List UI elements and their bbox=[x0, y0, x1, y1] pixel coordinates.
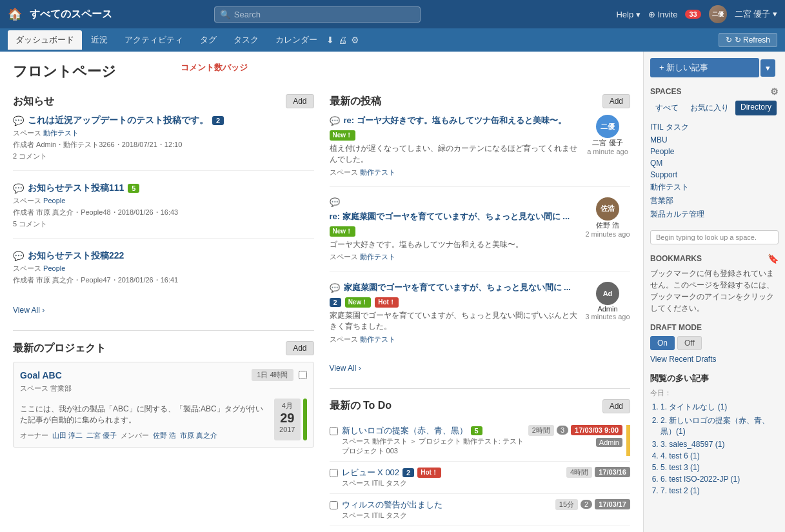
bookmarks-header: Bookmarks 🔖 bbox=[650, 253, 779, 264]
popular-item[interactable]: 6. test ISO-2022-JP (1) bbox=[661, 473, 779, 485]
print-icon[interactable]: 🖨 bbox=[338, 35, 347, 45]
project-card: Goal ABC 1日 4時間 スペース 営業部 ここには、我が社の製品「ABC… bbox=[13, 362, 314, 448]
notice-item: 💬 お知らせテスト投稿222 スペース People 作成者 市原 真之介・Pe… bbox=[13, 250, 314, 294]
annotation-label: コメント数バッジ bbox=[181, 62, 248, 74]
popular-item[interactable]: 2. 新しいロゴの提案（赤、青、黒）(1) bbox=[661, 414, 779, 438]
notice-1-title[interactable]: 💬 これは近況アップデートのテスト投稿です。 2 bbox=[13, 115, 314, 126]
todo-3-title[interactable]: ウィルスの警告が出ました bbox=[342, 499, 551, 511]
post-2-meta: 佐浩 佐野 浩 2 minutes ago bbox=[585, 197, 630, 262]
popular-item[interactable]: 4. test 6 (1) bbox=[661, 450, 779, 462]
todo-1-title[interactable]: 新しいロゴの提案（赤、青、黒） 5 bbox=[342, 425, 524, 437]
tab-activity[interactable]: アクティビティ bbox=[117, 30, 191, 50]
tab-recent[interactable]: 近況 bbox=[83, 30, 115, 50]
download-icon[interactable]: ⬇ bbox=[326, 35, 334, 45]
post-1-new-badge: New！ bbox=[330, 130, 356, 141]
spaces-gear-icon[interactable]: ⚙ bbox=[770, 86, 779, 97]
space-link-support[interactable]: Support bbox=[650, 169, 779, 181]
popular-item[interactable]: 3. sales_48597 (1) bbox=[661, 438, 779, 450]
nav-actions: Help ▾ ⊕ Invite 33 二優 二宮 優子 ▾ bbox=[616, 5, 777, 23]
draft-off-button[interactable]: Off bbox=[677, 336, 702, 350]
todo-2-title[interactable]: レビュー X 002 2 Hot！ bbox=[342, 467, 563, 478]
new-article-dropdown[interactable]: ▾ bbox=[760, 59, 775, 77]
notice-1-space-link[interactable]: 動作テスト bbox=[43, 129, 79, 137]
search-input[interactable] bbox=[234, 10, 415, 19]
sub-nav: ダッシュボード 近況 アクティビティ タグ タスク カレンダー ⬇ 🖨 ⚙ ↻ … bbox=[0, 28, 785, 52]
notification-badge[interactable]: 33 bbox=[685, 10, 701, 19]
space-link-itil[interactable]: ITIL タスク bbox=[650, 121, 779, 134]
post-1-meta: 二優 二宮 優子 a minute ago bbox=[585, 115, 630, 177]
notices-view-all[interactable]: View All › bbox=[13, 306, 314, 315]
feed-icon[interactable]: ⚙ bbox=[351, 35, 359, 45]
space-search-box[interactable]: Begin typing to look up a space. bbox=[650, 230, 779, 244]
comment-icon: 💬 bbox=[13, 251, 24, 261]
post-3-time: 3 minutes ago bbox=[585, 313, 630, 320]
tab-tags[interactable]: タグ bbox=[192, 30, 224, 50]
post-3-title[interactable]: 💬 家庭菜園でゴーヤを育てていますが、ちょっと見ない間に ... 2 New！ … bbox=[330, 282, 579, 308]
invite-button[interactable]: ⊕ Invite bbox=[648, 10, 678, 19]
todo-2-checkbox[interactable] bbox=[330, 469, 338, 477]
projects-add-button[interactable]: Add bbox=[286, 341, 313, 355]
tab-tasks[interactable]: タスク bbox=[226, 30, 266, 50]
notice-2-space-link[interactable]: People bbox=[43, 197, 65, 204]
space-link-seihin[interactable]: 製品カルテ管理 bbox=[650, 208, 779, 221]
todo-3-checkbox[interactable] bbox=[330, 501, 338, 509]
notice-item: 💬 これは近況アップデートのテスト投稿です。 2 スペース 動作テスト 作成者 … bbox=[13, 115, 314, 171]
project-owner[interactable]: 山田 淳二 bbox=[52, 431, 83, 440]
view-recent-drafts-link[interactable]: View Recent Drafts bbox=[650, 355, 717, 364]
posts-add-button[interactable]: Add bbox=[602, 94, 630, 108]
popular-item[interactable]: 7. test 2 (1) bbox=[661, 485, 779, 497]
spaces-tab-favorites[interactable]: お気に入り bbox=[685, 101, 734, 115]
project-member3[interactable]: 市原 真之介 bbox=[180, 431, 217, 440]
new-article-button[interactable]: + 新しい記事 bbox=[650, 58, 759, 77]
notice-3-space-link[interactable]: People bbox=[43, 264, 65, 272]
posts-view-all[interactable]: View All › bbox=[330, 364, 631, 373]
bookmark-icon[interactable]: 🔖 bbox=[768, 253, 779, 264]
project-date-year: 2017 bbox=[279, 426, 295, 433]
post-1-body: 植え付けが遅くなってしまい、緑のカーテンになるほど育ってくれませんでした。 bbox=[330, 143, 579, 165]
popular-subtitle: 今日： bbox=[650, 388, 779, 398]
owner-label: オーナー bbox=[20, 431, 48, 440]
popular-item[interactable]: 5. test 3 (1) bbox=[661, 462, 779, 473]
todo-1-checkbox[interactable] bbox=[330, 427, 338, 435]
space-link-people[interactable]: People bbox=[650, 146, 779, 157]
project-title[interactable]: Goal ABC bbox=[20, 370, 62, 380]
popular-item[interactable]: 1. タイトルなし (1) bbox=[661, 400, 779, 414]
draft-on-button[interactable]: On bbox=[650, 336, 675, 350]
projects-section: 最新のプロジェクト Add Goal ABC 1日 4時間 スペース 営業部 bbox=[13, 341, 314, 448]
todo-add-button[interactable]: Add bbox=[602, 399, 630, 413]
tab-dashboard[interactable]: ダッシュボード bbox=[8, 30, 82, 50]
bookmarks-section: Bookmarks 🔖 ブックマークに何も登録されていません。このページを登録す… bbox=[650, 253, 779, 314]
sidebar: + 新しい記事 ▾ Spaces ⚙ すべて お気に入り Directory I… bbox=[643, 52, 785, 532]
post-item: 💬 家庭菜園でゴーヤを育てていますが、ちょっと見ない間に ... 2 New！ … bbox=[330, 282, 631, 353]
notice-3-title[interactable]: 💬 お知らせテスト投稿222 bbox=[13, 250, 314, 262]
post-1-title[interactable]: 💬 re: ゴーヤ大好きです。塩もみしてツナ缶和えると美味〜。 New！ bbox=[330, 115, 579, 141]
todo-2-meta: スペース ITIL タスク bbox=[342, 478, 563, 488]
post-2-body: ゴーヤ大好きです。塩もみしてツナ缶和えると美味〜。 bbox=[330, 239, 579, 250]
todo-2-date: 17/03/16 bbox=[595, 467, 630, 477]
space-link-mbu[interactable]: MBU bbox=[650, 134, 779, 146]
project-checkbox[interactable] bbox=[299, 371, 307, 379]
notice-2-title[interactable]: 💬 お知らせテスト投稿111 5 bbox=[13, 182, 314, 194]
comment-icon: 💬 bbox=[330, 283, 340, 293]
post-3-content: 💬 家庭菜園でゴーヤを育てていますが、ちょっと見ない間に ... 2 New！ … bbox=[330, 282, 579, 344]
notices-add-button[interactable]: Add bbox=[286, 94, 313, 108]
project-date-box: 4月 29 2017 bbox=[274, 399, 300, 440]
spaces-section-header: Spaces ⚙ bbox=[650, 86, 779, 97]
user-name[interactable]: 二宮 優子 ▾ bbox=[735, 8, 777, 20]
refresh-button[interactable]: ↻ ↻ Refresh bbox=[719, 33, 777, 47]
project-member1[interactable]: 二宮 優子 bbox=[86, 431, 117, 440]
space-link-eigyo[interactable]: 営業部 bbox=[650, 194, 779, 208]
project-member2[interactable]: 佐野 浩 bbox=[153, 431, 176, 440]
project-body: ここには、我が社の製品「ABC」に関する、「製品:ABC」タグが付いた記事が自動… bbox=[20, 399, 307, 440]
popular-title: 閲覧の多い記事 bbox=[650, 373, 779, 384]
space-link-qm[interactable]: QM bbox=[650, 157, 779, 169]
notice-3-author-meta: 作成者 市原 真之介・People47・2018/01/26・16:41 bbox=[13, 275, 314, 285]
spaces-tab-all[interactable]: すべて bbox=[650, 101, 684, 115]
space-link-dousa[interactable]: 動作テスト bbox=[650, 181, 779, 194]
spaces-tab-directory[interactable]: Directory bbox=[735, 101, 777, 115]
post-2-title[interactable]: 💬 re: 家庭菜園でゴーヤを育てていますが、ちょっと見ない間に ... New… bbox=[330, 197, 579, 237]
help-button[interactable]: Help ▾ bbox=[616, 10, 640, 19]
tab-calendar[interactable]: カレンダー bbox=[268, 30, 325, 50]
avatar: 二優 bbox=[709, 5, 727, 23]
home-icon[interactable]: 🏠 bbox=[8, 7, 22, 21]
